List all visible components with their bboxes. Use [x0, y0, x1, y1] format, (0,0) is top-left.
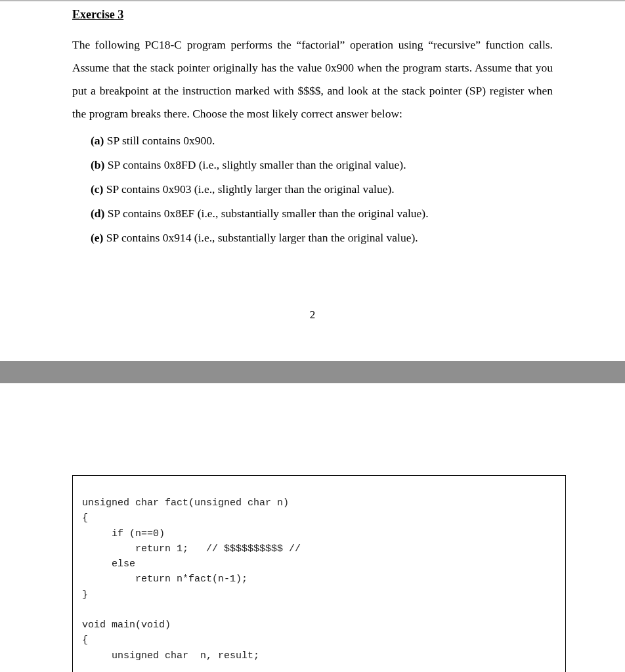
option-d-label: (d)	[91, 207, 104, 220]
exercise-intro: The following PC18-C program performs th…	[72, 33, 553, 125]
exercise-page: Exercise 3 The following PC18-C program …	[0, 8, 625, 322]
option-b-label: (b)	[91, 158, 104, 171]
option-d-text: SP contains 0x8EF (i.e., substantially s…	[104, 207, 428, 220]
option-b: (b) SP contains 0x8FD (i.e., slightly sm…	[91, 154, 553, 177]
option-e: (e) SP contains 0x914 (i.e., substantial…	[91, 226, 553, 249]
exercise-title: Exercise 3	[72, 8, 553, 22]
page-top-border	[0, 0, 625, 1]
option-d: (d) SP contains 0x8EF (i.e., substantial…	[91, 202, 553, 225]
option-a-label: (a)	[91, 134, 104, 147]
option-a: (a) SP still contains 0x900.	[91, 129, 553, 152]
answer-options: (a) SP still contains 0x900. (b) SP cont…	[91, 129, 553, 249]
option-e-text: SP contains 0x914 (i.e., substantially l…	[103, 231, 418, 244]
page-number: 2	[72, 308, 553, 322]
option-c-text: SP contains 0x903 (i.e., slightly larger…	[103, 182, 394, 196]
option-b-text: SP contains 0x8FD (i.e., slightly smalle…	[104, 158, 406, 171]
option-c-label: (c)	[91, 182, 103, 196]
code-listing: unsigned char fact(unsigned char n) { if…	[72, 475, 566, 672]
option-c: (c) SP contains 0x903 (i.e., slightly la…	[91, 178, 553, 201]
page-break	[0, 361, 625, 383]
code-page: unsigned char fact(unsigned char n) { if…	[0, 383, 625, 672]
option-e-label: (e)	[91, 231, 103, 244]
option-a-text: SP still contains 0x900.	[104, 134, 215, 147]
